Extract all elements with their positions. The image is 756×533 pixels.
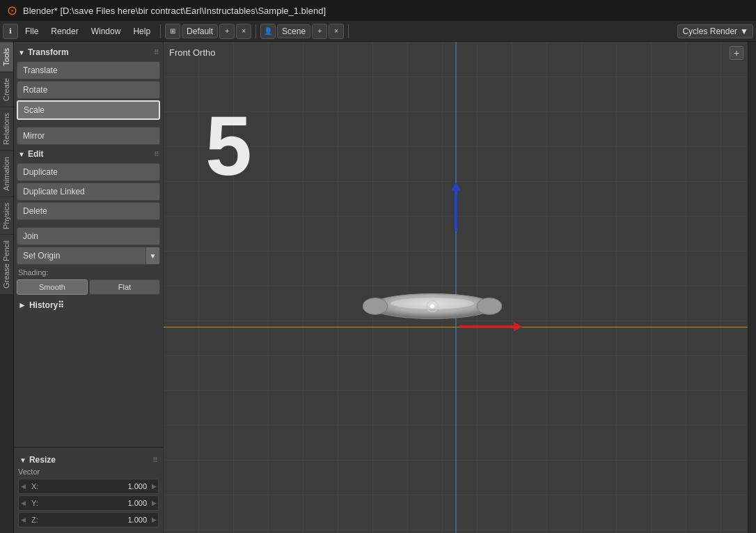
set-origin-label: Set Origin	[17, 247, 145, 264]
resize-triangle: ▼	[19, 456, 26, 464]
render-engine-dropdown[interactable]: Cycles Render ▼	[677, 24, 753, 38]
edit-header[interactable]: ▼ Edit ⠿	[17, 146, 160, 162]
sidebar-tab-tools[interactable]: Tools	[0, 42, 13, 72]
vector-label: Vector	[18, 468, 159, 476]
flat-button[interactable]: Flat	[89, 279, 160, 295]
gap-1	[17, 121, 160, 125]
resize-header[interactable]: ▼ Resize ⠿	[18, 452, 159, 468]
blender-logo: ⊙	[7, 3, 17, 18]
step-number: 5	[205, 98, 252, 194]
viewport-label: Front Ortho	[169, 47, 215, 58]
z-field[interactable]: ◀ Z: 1.000 ▶	[18, 512, 159, 527]
layout-close-btn[interactable]: ×	[236, 24, 251, 39]
sidebar-tab-animation[interactable]: Animation	[0, 150, 13, 196]
resize-label: Resize	[29, 455, 56, 465]
sidebar-tab-grease-pencil[interactable]: Grease Pencil	[0, 234, 13, 294]
layout-dropdown[interactable]: Default	[182, 24, 218, 38]
scene-add-btn[interactable]: +	[312, 24, 327, 39]
sidebar-tabs: Tools Create Relations Animation Physics…	[0, 42, 14, 533]
scene-close-btn[interactable]: ×	[329, 24, 344, 39]
z-left-arrow: ◀	[19, 516, 27, 523]
menu-file[interactable]: File	[19, 24, 44, 38]
sidebar-tab-physics[interactable]: Physics	[0, 196, 13, 235]
scale-button[interactable]: Scale	[17, 100, 160, 120]
info-icon[interactable]: ℹ	[3, 24, 18, 39]
edit-drag-handle: ⠿	[154, 150, 159, 158]
window-title: Blender* [D:\save Files here\bir contrac…	[23, 6, 326, 16]
z-label: Z:	[27, 516, 44, 524]
x-label: X:	[27, 482, 44, 490]
history-label: History	[29, 300, 58, 310]
rotate-button[interactable]: Rotate	[17, 81, 160, 99]
translate-button[interactable]: Translate	[17, 61, 160, 79]
separator-3	[348, 24, 349, 38]
scene-icon[interactable]: 👤	[260, 24, 276, 39]
menu-window[interactable]: Window	[86, 24, 127, 38]
viewport[interactable]: Front Ortho 5 +	[164, 42, 748, 533]
smooth-button[interactable]: Smooth	[17, 279, 88, 295]
sidebar-tab-create[interactable]: Create	[0, 72, 13, 107]
tools-panel: ▼ Transform ⠿ Translate Rotate Scale Mir…	[14, 42, 164, 533]
menu-render[interactable]: Render	[45, 24, 84, 38]
right-scrollbar[interactable]	[748, 42, 756, 533]
3d-object	[363, 285, 502, 329]
mirror-button[interactable]: Mirror	[17, 127, 160, 145]
x-value: 1.000	[44, 482, 150, 490]
z-value: 1.000	[44, 516, 150, 524]
title-bar: ⊙ Blender* [D:\save Files here\bir contr…	[0, 0, 756, 21]
duplicate-button[interactable]: Duplicate	[17, 163, 160, 181]
history-header[interactable]: ► History ⠿	[17, 298, 160, 313]
x-field[interactable]: ◀ X: 1.000 ▶	[18, 479, 159, 494]
history-triangle: ►	[18, 300, 26, 310]
x-left-arrow: ◀	[19, 483, 27, 490]
delete-button[interactable]: Delete	[17, 202, 160, 220]
transform-drag-handle: ⠿	[154, 49, 159, 56]
menu-help[interactable]: Help	[127, 24, 156, 38]
svg-point-1	[363, 298, 388, 314]
transform-header[interactable]: ▼ Transform ⠿	[17, 45, 160, 60]
transform-triangle: ▼	[18, 49, 25, 56]
main-content: Tools Create Relations Animation Physics…	[0, 42, 756, 533]
svg-point-2	[477, 298, 502, 314]
shading-label: Shading:	[17, 266, 160, 278]
y-field[interactable]: ◀ Y: 1.000 ▶	[18, 495, 159, 511]
sidebar-tab-relations[interactable]: Relations	[0, 107, 13, 150]
render-engine-arrow: ▼	[740, 26, 748, 36]
z-right-arrow: ▶	[150, 516, 158, 523]
shading-buttons: Smooth Flat	[17, 279, 160, 295]
menu-bar: ℹ File Render Window Help ⊞ Default + × …	[0, 21, 756, 42]
join-button[interactable]: Join	[17, 227, 160, 245]
history-drag-handle: ⠿	[58, 300, 64, 310]
separator-1	[160, 24, 161, 38]
edit-triangle: ▼	[18, 150, 25, 158]
transform-label: Transform	[28, 47, 69, 57]
set-origin-dropdown[interactable]: Set Origin ▼	[17, 247, 160, 265]
y-axis-arrow	[455, 190, 457, 231]
layout-add-btn[interactable]: +	[219, 24, 235, 39]
y-label: Y:	[27, 499, 44, 507]
gap-2	[17, 222, 160, 226]
set-origin-arrow: ▼	[145, 247, 159, 264]
svg-point-5	[430, 304, 434, 308]
y-right-arrow: ▶	[150, 500, 158, 507]
resize-drag-handle: ⠿	[152, 456, 157, 464]
scene-dropdown[interactable]: Scene	[277, 24, 310, 38]
layout-icon[interactable]: ⊞	[165, 24, 180, 39]
y-left-arrow: ◀	[19, 500, 27, 507]
edit-label: Edit	[28, 149, 44, 159]
tools-bottom: ▼ Resize ⠿ Vector ◀ X: 1.000 ▶ ◀ Y: 1.00…	[14, 447, 163, 533]
y-value: 1.000	[44, 499, 150, 507]
duplicate-linked-button[interactable]: Duplicate Linked	[17, 183, 160, 201]
separator-2	[255, 24, 256, 38]
tools-top: ▼ Transform ⠿ Translate Rotate Scale Mir…	[14, 42, 163, 447]
x-right-arrow: ▶	[150, 483, 158, 490]
viewport-plus-button[interactable]: +	[730, 46, 743, 60]
